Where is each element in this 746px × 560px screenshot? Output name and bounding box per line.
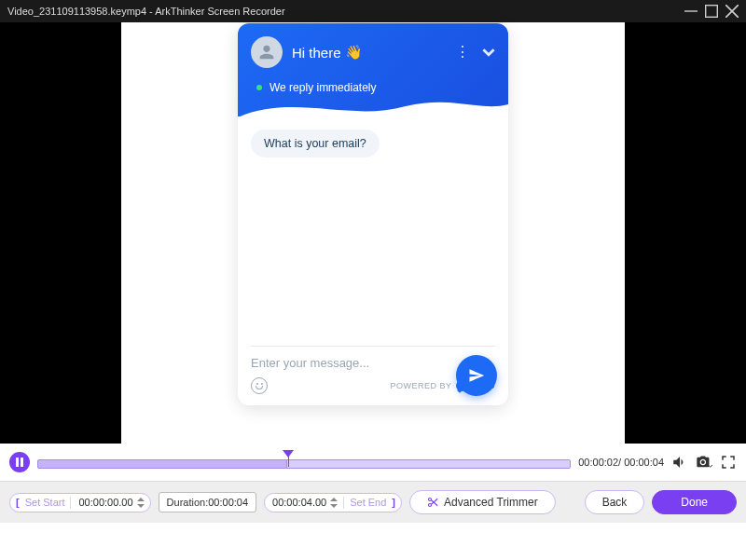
- duration-value: 00:00:04: [208, 497, 248, 508]
- chat-greeting: Hi there 👋: [292, 44, 363, 61]
- svg-rect-3: [21, 458, 23, 467]
- powered-prefix: POWERED BY: [390, 381, 451, 390]
- end-time-value: 00:00:04.00: [270, 497, 328, 508]
- svg-rect-1: [706, 6, 718, 18]
- chat-header-row: Hi there 👋 ⋮: [251, 36, 495, 68]
- set-start-box: [ Set Start 00:00:00.00: [9, 493, 151, 512]
- menu-dots-icon[interactable]: ⋮: [455, 45, 471, 60]
- reply-status: We reply immediately: [251, 81, 495, 94]
- wave-icon: 👋: [345, 44, 363, 61]
- track-fill: [37, 459, 287, 469]
- emoji-icon[interactable]: [251, 377, 268, 394]
- advanced-trimmer-button[interactable]: Advanced Trimmer: [409, 490, 556, 514]
- back-button[interactable]: Back: [585, 490, 645, 514]
- duration-display: Duration:00:00:04: [159, 492, 256, 512]
- chat-header: Hi there 👋 ⋮ We reply immediately: [238, 23, 508, 116]
- end-time-input[interactable]: 00:00:04.00: [270, 497, 344, 509]
- pause-button[interactable]: [9, 452, 30, 472]
- svg-rect-2: [16, 458, 19, 467]
- controls-row: [ Set Start 00:00:00.00 Duration:00:00:0…: [0, 481, 746, 523]
- scissors-icon: [427, 497, 438, 508]
- chat-header-actions: ⋮: [455, 45, 495, 60]
- window-titlebar: Video_231109113958.keymp4 - ArkThinker S…: [0, 0, 746, 22]
- start-time-input[interactable]: 00:00:00.00: [70, 497, 144, 509]
- bracket-close-icon: ]: [392, 497, 395, 508]
- volume-icon[interactable]: [671, 454, 688, 471]
- title-app: ArkThinker Screen Recorder: [155, 6, 284, 17]
- playhead-line: [288, 456, 289, 467]
- maximize-button[interactable]: [705, 5, 718, 18]
- window-title: Video_231109113958.keymp4 - ArkThinker S…: [7, 6, 677, 17]
- start-time-down[interactable]: [137, 503, 145, 509]
- set-start-button[interactable]: Set Start: [25, 497, 65, 508]
- minimize-button[interactable]: [684, 5, 698, 18]
- end-time-up[interactable]: [330, 497, 338, 502]
- start-time-value: 00:00:00.00: [76, 497, 134, 508]
- end-time-down[interactable]: [330, 503, 338, 509]
- avatar: [251, 36, 283, 68]
- set-end-box: 00:00:04.00 Set End ]: [264, 493, 402, 512]
- title-filename: Video_231109113958.keymp4: [7, 6, 146, 17]
- greeting-text: Hi there: [292, 45, 341, 61]
- svg-rect-0: [684, 10, 698, 11]
- online-dot-icon: [256, 85, 262, 90]
- advanced-trimmer-label: Advanced Trimmer: [444, 496, 538, 509]
- snapshot-icon[interactable]: [696, 454, 712, 471]
- time-display: 00:00:02/ 00:00:04: [578, 457, 664, 468]
- svg-point-5: [429, 504, 432, 507]
- set-end-button[interactable]: Set End: [350, 497, 386, 508]
- chat-footer: Enter your message... POWERED BY TIDIO: [238, 336, 508, 405]
- start-time-up[interactable]: [137, 497, 145, 502]
- bracket-open-icon: [: [16, 497, 20, 508]
- chat-body: What is your email?: [238, 116, 508, 336]
- duration-label: Duration:: [167, 497, 209, 508]
- close-button[interactable]: [725, 5, 739, 18]
- chevron-down-icon[interactable]: [482, 46, 495, 59]
- timeline-track[interactable]: [37, 454, 571, 471]
- video-preview-content: Hi there 👋 ⋮ We reply immediately: [121, 22, 625, 444]
- done-button[interactable]: Done: [652, 490, 737, 514]
- chat-message-bubble: What is your email?: [251, 130, 380, 157]
- chat-widget: Hi there 👋 ⋮ We reply immediately: [238, 23, 508, 405]
- start-time-spinner: [137, 497, 145, 509]
- video-preview-area: Hi there 👋 ⋮ We reply immediately: [0, 22, 746, 444]
- track-bg: [37, 459, 571, 469]
- wave-divider: [238, 99, 508, 117]
- end-time-spinner: [330, 497, 338, 509]
- send-button[interactable]: [456, 355, 497, 396]
- timeline-row: 00:00:02/ 00:00:04: [0, 444, 746, 481]
- reply-status-text: We reply immediately: [269, 81, 376, 94]
- fullscreen-icon[interactable]: [720, 454, 737, 471]
- title-sep: -: [146, 6, 155, 17]
- svg-point-4: [429, 499, 432, 501]
